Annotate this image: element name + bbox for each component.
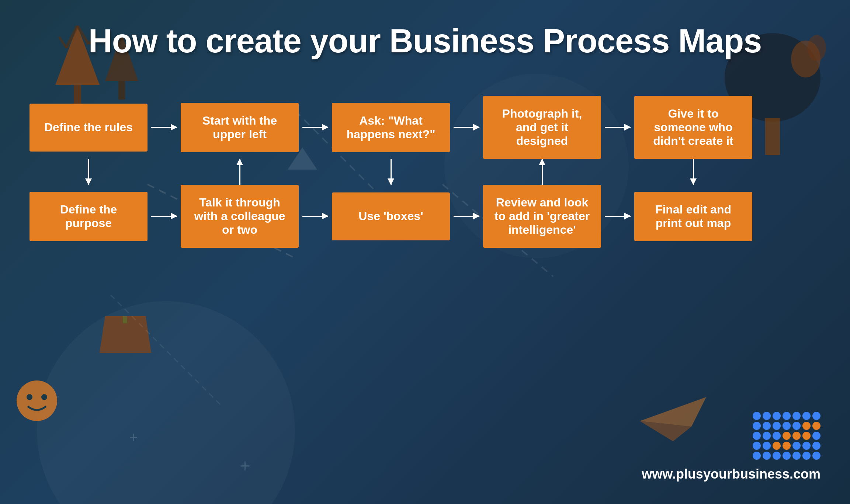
box-photograph: Photograph it, and get it designed — [483, 96, 601, 159]
arrow-down-icon — [391, 159, 392, 185]
dot — [812, 452, 820, 460]
svg-point-17 — [41, 394, 47, 400]
vert-arrow-3 — [332, 159, 450, 185]
vert-arrow-1 — [30, 159, 148, 185]
background: + + How to create your Business Process … — [0, 0, 850, 504]
website-url: www.plusyourbusiness.com — [642, 466, 820, 482]
flow-diagram: Define the rules Start with the upper le… — [30, 96, 820, 248]
dot — [802, 452, 811, 460]
box-review-add: Review and look to add in 'greater intel… — [483, 185, 601, 248]
arrow-right-icon — [454, 127, 479, 128]
arrow-2-3 — [299, 127, 332, 128]
svg-rect-13 — [123, 316, 127, 323]
logo-area: www.plusyourbusiness.com — [642, 412, 820, 482]
arrow-4-5 — [601, 127, 634, 128]
svg-point-16 — [27, 394, 32, 400]
box-define-rules: Define the rules — [30, 104, 148, 152]
dot — [812, 432, 820, 440]
dot — [812, 412, 820, 420]
arrow-7-8 — [299, 216, 332, 217]
dot — [783, 442, 791, 450]
arrow-6-7 — [148, 216, 181, 217]
svg-text:+: + — [240, 455, 250, 476]
vert-arrow-2 — [181, 159, 299, 185]
dot — [812, 422, 820, 430]
dot — [763, 452, 771, 460]
box-give-someone: Give it to someone who didn't create it — [634, 96, 752, 159]
box-ask-what-happens: Ask: "What happens next?" — [332, 103, 450, 152]
arrow-right-icon — [151, 216, 177, 217]
dot — [792, 422, 801, 430]
svg-line-23 — [111, 295, 221, 406]
dot — [773, 432, 781, 440]
arrow-down-icon — [693, 159, 694, 185]
vert-arrow-4 — [483, 159, 601, 185]
arrow-right-icon — [605, 216, 631, 217]
dot — [763, 422, 771, 430]
vert-arrow-5 — [634, 159, 752, 185]
box-talk-colleague: Talk it through with a colleague or two — [181, 185, 299, 248]
deco-circle-1 — [37, 301, 295, 504]
arrow-right-icon — [605, 127, 631, 128]
dot — [763, 442, 771, 450]
dot — [753, 422, 761, 430]
arrow-down-icon — [88, 159, 89, 185]
arrow-up-icon — [542, 159, 543, 185]
dot — [783, 432, 791, 440]
flow-top-row: Define the rules Start with the upper le… — [30, 96, 820, 159]
dot — [802, 422, 811, 430]
arrow-3-4 — [450, 127, 483, 128]
deco-smiley — [15, 379, 59, 423]
dot — [802, 432, 811, 440]
arrow-right-icon — [151, 127, 177, 128]
arrow-up-icon — [239, 159, 240, 185]
arrow-9-10 — [601, 216, 634, 217]
svg-text:+: + — [129, 429, 138, 445]
dot — [802, 412, 811, 420]
dot — [773, 452, 781, 460]
dot — [783, 422, 791, 430]
dot — [783, 412, 791, 420]
dot — [792, 442, 801, 450]
arrow-right-icon — [454, 216, 479, 217]
box-final-edit: Final edit and print out map — [634, 192, 752, 241]
arrow-right-icon — [302, 216, 328, 217]
dot — [753, 442, 761, 450]
dot — [753, 432, 761, 440]
dot — [783, 452, 791, 460]
box-define-purpose: Define the purpose — [30, 192, 148, 241]
page-title: How to create your Business Process Maps — [0, 22, 850, 60]
dot — [763, 432, 771, 440]
svg-point-15 — [17, 380, 57, 421]
dot — [773, 442, 781, 450]
dot — [753, 452, 761, 460]
dot — [753, 412, 761, 420]
box-start-upper-left: Start with the upper left — [181, 103, 299, 152]
connector-row — [30, 159, 820, 185]
dot — [773, 412, 781, 420]
dot — [792, 432, 801, 440]
deco-plant — [89, 316, 162, 419]
dot-logo — [753, 412, 820, 460]
svg-marker-12 — [100, 316, 151, 353]
dot — [763, 412, 771, 420]
dot — [792, 412, 801, 420]
dot — [812, 442, 820, 450]
flow-bottom-row: Define the purpose Talk it through with … — [30, 185, 820, 248]
arrow-right-icon — [302, 127, 328, 128]
dot — [773, 422, 781, 430]
arrow-8-9 — [450, 216, 483, 217]
box-use-boxes: Use 'boxes' — [332, 192, 450, 240]
dot — [802, 442, 811, 450]
dot — [792, 452, 801, 460]
arrow-1-2 — [148, 127, 181, 128]
